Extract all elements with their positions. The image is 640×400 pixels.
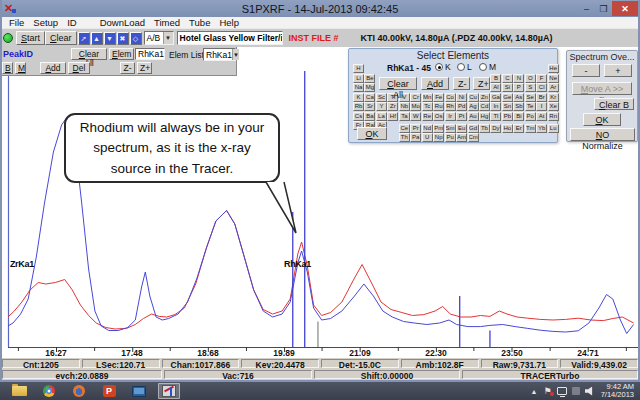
element-sm[interactable]: Sm: [445, 124, 456, 133]
elem-list-select[interactable]: RhKa1 ▼: [203, 48, 236, 61]
element-tc[interactable]: Tc: [422, 102, 433, 111]
peakid-add-button[interactable]: Add: [40, 62, 66, 74]
element-in[interactable]: In: [490, 102, 501, 111]
overlay-minus-button[interactable]: -: [572, 64, 600, 77]
element-zn[interactable]: Zn: [479, 93, 490, 102]
element-ca[interactable]: Ca: [364, 93, 375, 102]
peakid-elem-field[interactable]: RhKa1: [135, 48, 165, 60]
element-au[interactable]: Au: [468, 112, 479, 121]
element-fe[interactable]: Fe: [433, 93, 444, 102]
zoom-x-icon[interactable]: ✖: [117, 32, 129, 45]
element-cl[interactable]: Cl: [536, 83, 547, 92]
element-tb[interactable]: Tb: [479, 124, 490, 133]
move-a-to-b-button[interactable]: Move A >> B: [572, 82, 632, 95]
element-u[interactable]: U: [422, 133, 433, 142]
element-cr[interactable]: Cr: [410, 93, 421, 102]
element-ta[interactable]: Ta: [399, 112, 410, 121]
element-ar[interactable]: Ar: [548, 83, 559, 92]
element-cu[interactable]: Cu: [468, 93, 479, 102]
radio-k-line[interactable]: K: [435, 62, 451, 72]
minimize-button[interactable]: –: [578, 1, 595, 16]
element-pm[interactable]: Pm: [433, 124, 444, 133]
element-li[interactable]: Li: [353, 74, 364, 83]
element-se[interactable]: Se: [525, 93, 536, 102]
radio-l-line[interactable]: L: [457, 62, 472, 72]
element-tl[interactable]: Tl: [490, 112, 501, 121]
radio-m-line[interactable]: M: [479, 62, 496, 72]
element-si[interactable]: Si: [502, 83, 513, 92]
element-cs[interactable]: Cs: [353, 112, 364, 121]
element-as[interactable]: As: [513, 93, 524, 102]
element-i[interactable]: I: [536, 102, 547, 111]
menu-download[interactable]: DownLoad: [100, 17, 145, 28]
element-re[interactable]: Re: [422, 112, 433, 121]
element-ir[interactable]: Ir: [445, 112, 456, 121]
element-ni[interactable]: Ni: [456, 93, 467, 102]
element-he[interactable]: He: [548, 64, 559, 73]
element-be[interactable]: Be: [364, 74, 375, 83]
element-pd[interactable]: Pd: [456, 102, 467, 111]
element-br[interactable]: Br: [536, 93, 547, 102]
tray-status-icon[interactable]: [572, 387, 580, 395]
element-rh[interactable]: Rh: [445, 102, 456, 111]
element-pb[interactable]: Pb: [502, 112, 513, 121]
element-sr[interactable]: Sr: [364, 102, 375, 111]
zoom-up-icon[interactable]: ▲: [91, 32, 103, 45]
element-na[interactable]: Na: [353, 83, 364, 92]
dialog-add-button[interactable]: Add: [421, 77, 449, 90]
element-p[interactable]: P: [513, 83, 524, 92]
element-nd[interactable]: Nd: [422, 124, 433, 133]
element-al[interactable]: Al: [490, 83, 501, 92]
menu-file[interactable]: File: [9, 17, 24, 28]
menu-tube[interactable]: Tube: [189, 17, 210, 28]
element-ge[interactable]: Ge: [502, 93, 513, 102]
element-ce[interactable]: Ce: [399, 124, 410, 133]
dialog-ok-button[interactable]: OK: [357, 127, 387, 140]
element-ho[interactable]: Ho: [502, 124, 513, 133]
element-n[interactable]: N: [513, 74, 524, 83]
spectrum-mode-select[interactable]: A/B ▼: [144, 31, 174, 45]
dialog-z-minus-button[interactable]: Z-: [453, 77, 470, 90]
element-os[interactable]: Os: [433, 112, 444, 121]
dialog-clear-all-button[interactable]: Clear All: [379, 77, 417, 90]
overlay-plus-button[interactable]: +: [604, 64, 632, 77]
element-c[interactable]: C: [502, 74, 513, 83]
hidden-icons-arrow[interactable]: ▲: [531, 388, 538, 395]
zoom-full-icon[interactable]: ◇: [130, 32, 142, 45]
element-yb[interactable]: Yb: [536, 124, 547, 133]
element-zr[interactable]: Zr: [387, 102, 398, 111]
element-la[interactable]: La: [376, 112, 387, 121]
element-er[interactable]: Er: [513, 124, 524, 133]
element-ne[interactable]: Ne: [548, 74, 559, 83]
peakid-m-button[interactable]: M: [15, 62, 26, 74]
dialog-z-plus-button[interactable]: Z+: [473, 77, 490, 90]
powerpoint-icon[interactable]: P: [98, 383, 120, 399]
element-pr[interactable]: Pr: [410, 124, 421, 133]
element-sn[interactable]: Sn: [502, 102, 513, 111]
element-s[interactable]: S: [525, 83, 536, 92]
display-settings-icon[interactable]: [128, 383, 150, 399]
element-bi[interactable]: Bi: [513, 112, 524, 121]
element-tm[interactable]: Tm: [525, 124, 536, 133]
element-rn[interactable]: Rn: [548, 112, 559, 121]
peakid-z-plus-button[interactable]: Z+: [137, 62, 152, 74]
element-b[interactable]: B: [490, 74, 501, 83]
element-ag[interactable]: Ag: [468, 102, 479, 111]
chrome-icon[interactable]: [38, 383, 60, 399]
s1pxrf-taskbar-icon[interactable]: [158, 383, 180, 399]
action-center-flag-icon[interactable]: ⚑: [544, 386, 552, 396]
zoom-cursor-icon[interactable]: ↗: [78, 32, 90, 45]
peakid-z-minus-button[interactable]: Z-: [120, 62, 135, 74]
element-k[interactable]: K: [353, 93, 364, 102]
element-hg[interactable]: Hg: [479, 112, 490, 121]
element-eu[interactable]: Eu: [456, 124, 467, 133]
volume-icon[interactable]: [585, 387, 595, 396]
element-np[interactable]: Np: [433, 133, 444, 142]
close-button[interactable]: ✕: [612, 1, 638, 16]
file-explorer-icon[interactable]: [8, 383, 30, 399]
element-th[interactable]: Th: [399, 133, 410, 142]
element-at[interactable]: At: [536, 112, 547, 121]
element-te[interactable]: Te: [525, 102, 536, 111]
element-mg[interactable]: Mg: [364, 83, 375, 92]
element-dy[interactable]: Dy: [490, 124, 501, 133]
